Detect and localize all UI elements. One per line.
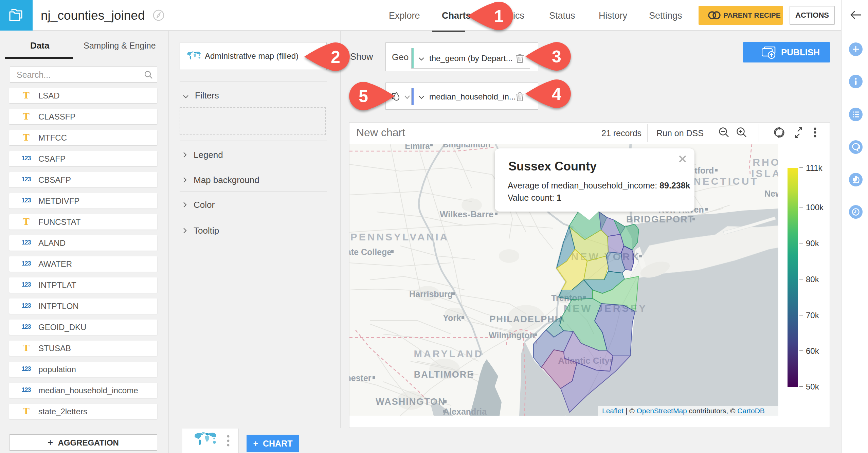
svg-text:PENNSYLVANIA: PENNSYLVANIA	[350, 231, 449, 242]
svg-text:5: 5	[359, 87, 368, 106]
svg-text:York: York	[443, 313, 461, 323]
svg-text:Wilmington: Wilmington	[489, 330, 535, 340]
svg-text:BALTIMORE: BALTIMORE	[414, 369, 474, 380]
svg-text:3: 3	[552, 47, 561, 66]
svg-text:Elmira: Elmira	[405, 144, 430, 150]
svg-text:RHODE: RHODE	[753, 157, 778, 168]
svg-text:1: 1	[494, 7, 504, 26]
svg-text:Alexandria: Alexandria	[443, 407, 487, 416]
svg-text:WASHINGTON: WASHINGTON	[376, 397, 446, 407]
svg-text:Binghamton: Binghamton	[443, 144, 490, 149]
svg-text:2: 2	[331, 48, 340, 67]
svg-text:ISLAND: ISLAND	[751, 168, 778, 179]
svg-text:Leaflet | © OpenStreetMap cont: Leaflet | © OpenStreetMap contributors, …	[602, 407, 765, 415]
svg-text:New London: New London	[764, 189, 778, 198]
svg-text:Wilkes-Barre: Wilkes-Barre	[440, 209, 494, 219]
svg-text:Harrisburg: Harrisburg	[409, 289, 453, 299]
svg-text:State College: State College	[349, 247, 392, 257]
svg-text:MARYLAND: MARYLAND	[414, 348, 484, 359]
svg-text:4: 4	[552, 85, 561, 104]
svg-text:Chester: Chester	[349, 373, 372, 383]
svg-text:BRIDGEPORT: BRIDGEPORT	[626, 214, 694, 224]
